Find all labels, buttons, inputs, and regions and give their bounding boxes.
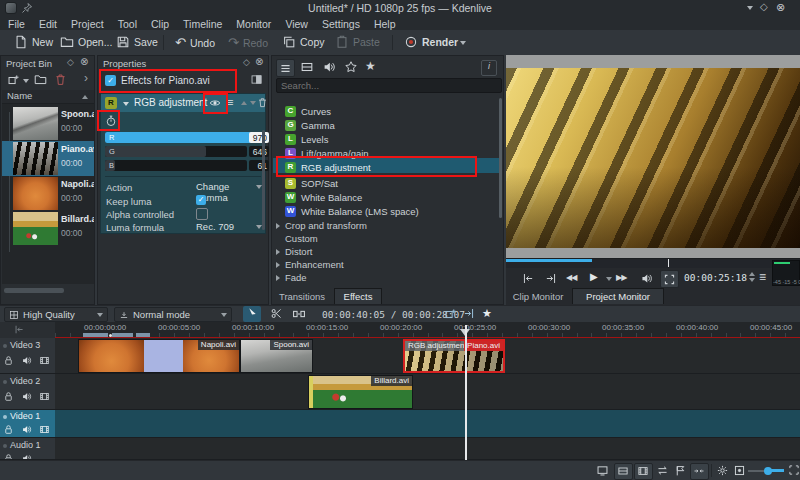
play-icon[interactable]: ▶ xyxy=(590,271,598,282)
menu-monitor[interactable]: Monitor xyxy=(236,18,271,30)
zoom-fit-icon[interactable] xyxy=(733,464,746,477)
render-button[interactable]: Render xyxy=(404,35,458,49)
maximize-icon[interactable]: ◇ xyxy=(760,1,768,12)
category-distort[interactable]: Distort xyxy=(276,245,504,258)
tab-project-monitor[interactable]: Project Monitor xyxy=(572,288,664,304)
track-header-video3[interactable]: Video 3 xyxy=(0,338,55,374)
fit-zoom-arrows-icon[interactable] xyxy=(656,464,669,477)
hide-track-icon[interactable] xyxy=(39,355,50,366)
undo-button[interactable]: ↶ Undo xyxy=(175,35,215,50)
r-slider[interactable]: R 970 xyxy=(105,132,265,143)
keep-luma-checkbox[interactable]: ✓ xyxy=(196,195,206,205)
keyframe-stopwatch-icon[interactable] xyxy=(105,115,117,127)
snap-toggle-button[interactable] xyxy=(690,463,709,480)
monitor-menu-icon[interactable]: ≡ xyxy=(759,270,766,284)
monitor-video-frame[interactable] xyxy=(506,68,800,248)
mute-track-icon[interactable] xyxy=(21,424,32,435)
mix-clip-icon[interactable] xyxy=(334,307,347,320)
mute-track-icon[interactable] xyxy=(21,453,32,460)
g-slider[interactable]: G 646 xyxy=(105,146,265,157)
menu-file[interactable]: File xyxy=(8,18,25,30)
track-header-video1[interactable]: Video 1 xyxy=(0,410,55,438)
ruler-corner-icon[interactable] xyxy=(14,324,25,335)
tab-clip-monitor[interactable]: Clip Monitor xyxy=(506,288,570,304)
hide-track-icon[interactable] xyxy=(39,391,50,402)
b-slider[interactable]: B 61 xyxy=(105,160,265,171)
zoom-slider-handle[interactable] xyxy=(764,467,772,475)
effect-stack-item[interactable]: R RGB adjustment ≡ R 970 G xyxy=(100,93,266,234)
open-button[interactable]: Open... xyxy=(60,35,112,49)
effect-item-white-balance-lms[interactable]: W White Balance (LMS space) xyxy=(285,204,515,218)
panel-close-icon[interactable]: ⊗ xyxy=(80,56,88,67)
audio1-lane[interactable] xyxy=(55,438,800,460)
save-button[interactable]: Save xyxy=(116,35,158,49)
effects-view-list-button[interactable] xyxy=(276,59,295,77)
effect-scrollbar[interactable] xyxy=(262,130,265,230)
timeline-edit-mode-dropdown[interactable]: Normal mode xyxy=(114,307,232,322)
video-effects-icon[interactable] xyxy=(300,60,314,74)
zoom-fullscreen-icon[interactable] xyxy=(788,464,800,476)
lock-track-icon[interactable] xyxy=(3,355,14,366)
clip-piano-selected[interactable]: RGB adjustment Piano.avi xyxy=(403,339,505,373)
action-dropdown[interactable]: Change gamma xyxy=(196,181,262,193)
luma-formula-dropdown[interactable]: Rec. 709 xyxy=(196,221,262,233)
effect-header[interactable]: R RGB adjustment ≡ xyxy=(101,94,265,112)
delete-clip-icon[interactable] xyxy=(54,73,67,86)
shade-icon[interactable] xyxy=(747,6,753,10)
effects-enabled-checkbox[interactable]: ✓ xyxy=(105,75,116,86)
effect-info-button[interactable]: i xyxy=(481,60,497,76)
clip-spoon[interactable]: Spoon.avi xyxy=(240,339,313,373)
effects-search-input[interactable] xyxy=(276,78,502,93)
clip-transition-section[interactable] xyxy=(144,340,183,373)
play-options-chevron-icon[interactable] xyxy=(606,277,612,281)
bin-more-icon[interactable]: › xyxy=(84,71,88,85)
menu-view[interactable]: View xyxy=(285,18,308,30)
panel-float-icon[interactable]: ◇ xyxy=(243,57,250,67)
effect-menu-icon[interactable]: ≡ xyxy=(227,96,233,108)
bin-item-billard[interactable]: Billard.avi 00:00 xyxy=(2,211,94,246)
menu-settings[interactable]: Settings xyxy=(322,18,360,30)
new-button[interactable]: New xyxy=(14,35,53,49)
track-target-dot[interactable] xyxy=(3,415,7,419)
category-custom[interactable]: Custom xyxy=(285,232,513,245)
g-value[interactable]: 646 xyxy=(249,146,269,157)
effect-item-sop-sat[interactable]: S SOP/Sat xyxy=(285,176,515,190)
clip-napoli[interactable]: Napoli.avi xyxy=(78,339,240,373)
extract-zone-icon[interactable] xyxy=(462,307,475,320)
track-target-dot[interactable] xyxy=(3,380,7,384)
effect-item-levels[interactable]: L Levels xyxy=(285,132,515,146)
menu-help[interactable]: Help xyxy=(374,18,396,30)
timeline-ruler[interactable]: 00:00:00:00 00:00:05:00 00:00:10:00 00:0… xyxy=(0,322,800,338)
playhead-line[interactable] xyxy=(465,325,467,460)
monitor-zone-bar[interactable] xyxy=(506,259,592,262)
mute-track-icon[interactable] xyxy=(21,391,32,402)
bin-name-header[interactable]: Name xyxy=(2,90,94,104)
menu-clip[interactable]: Clip xyxy=(151,18,169,30)
razor-tool-icon[interactable] xyxy=(270,307,283,320)
zone-out-icon[interactable] xyxy=(544,272,557,285)
fast-forward-icon[interactable]: ▶▶ xyxy=(616,273,626,282)
r-value[interactable]: 970 xyxy=(249,132,269,143)
menu-edit[interactable]: Edit xyxy=(39,18,57,30)
timeline-settings-gear-icon[interactable] xyxy=(716,464,729,477)
alpha-controlled-checkbox[interactable] xyxy=(196,208,208,220)
bin-item-napoli[interactable]: Napoli.avi 00:00 xyxy=(2,176,94,211)
mute-track-icon[interactable] xyxy=(21,355,32,366)
monitor-audio-icon[interactable] xyxy=(640,272,653,285)
effect-item-white-balance[interactable]: W White Balance xyxy=(285,190,515,204)
redo-button[interactable]: ↷ Redo xyxy=(228,35,268,50)
custom-effects-icon[interactable] xyxy=(344,60,358,74)
favorite-effects-icon[interactable]: ★ xyxy=(365,59,376,73)
lock-track-icon[interactable] xyxy=(3,391,14,402)
track-target-dot[interactable] xyxy=(3,444,7,448)
category-fade[interactable]: Fade xyxy=(276,271,504,284)
menu-tool[interactable]: Tool xyxy=(118,18,137,30)
tab-transitions[interactable]: Transitions xyxy=(272,288,332,304)
video1-lane[interactable] xyxy=(55,410,800,438)
tab-effects[interactable]: Effects xyxy=(334,288,382,304)
titlebar[interactable]: Untitled* / HD 1080p 25 fps — Kdenlive ◇… xyxy=(0,0,800,17)
spacer-tool-icon[interactable] xyxy=(292,307,306,321)
monitor-toggle-icon[interactable] xyxy=(596,464,609,477)
panel-float-icon[interactable]: ◇ xyxy=(67,57,74,67)
show-video-thumbnails-button[interactable] xyxy=(614,463,633,480)
